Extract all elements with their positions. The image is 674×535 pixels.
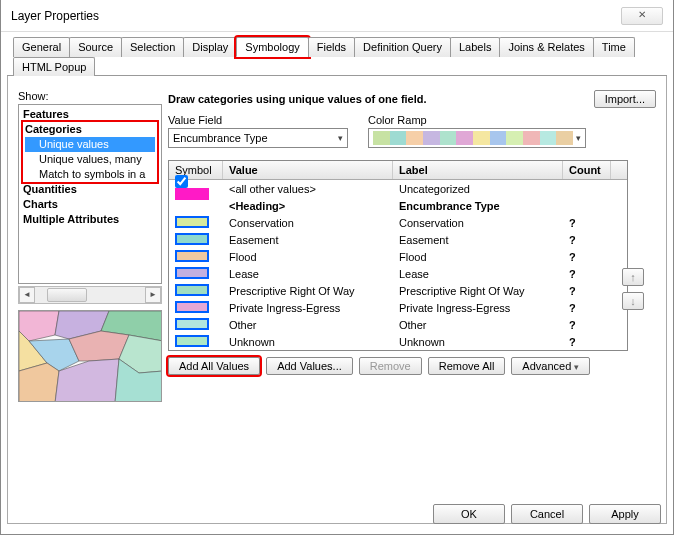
- symbol-grid[interactable]: Symbol Value Label Count <all other valu…: [168, 160, 628, 351]
- close-button[interactable]: ✕: [621, 7, 663, 25]
- cell-count: ?: [563, 319, 611, 331]
- tab-html-popup[interactable]: HTML Popup: [13, 57, 95, 76]
- tab-panel: Show: Features Categories Unique values …: [7, 76, 667, 524]
- tab-definition-query[interactable]: Definition Query: [354, 37, 451, 57]
- advanced-button[interactable]: Advanced: [511, 357, 589, 375]
- tree-unique-values-many[interactable]: Unique values, many: [25, 152, 155, 167]
- move-down-button[interactable]: ↓: [622, 292, 644, 310]
- add-values-button[interactable]: Add Values...: [266, 357, 353, 375]
- ok-button[interactable]: OK: [433, 504, 505, 524]
- tab-symbology[interactable]: Symbology: [236, 37, 308, 57]
- symbol-swatch[interactable]: [175, 301, 209, 313]
- cell-label: Unknown: [393, 336, 563, 348]
- cell-count: ?: [563, 268, 611, 280]
- move-buttons: ↑ ↓: [622, 268, 644, 310]
- cell-value: Prescriptive Right Of Way: [223, 285, 393, 297]
- cell-count: ?: [563, 234, 611, 246]
- grid-row[interactable]: <Heading>Encumbrance Type: [169, 197, 627, 214]
- cell-label: Lease: [393, 268, 563, 280]
- col-count[interactable]: Count: [563, 161, 611, 179]
- cell-value: Unknown: [223, 336, 393, 348]
- show-tree[interactable]: Features Categories Unique values Unique…: [18, 104, 162, 284]
- tree-quantities[interactable]: Quantities: [23, 182, 157, 197]
- tree-charts[interactable]: Charts: [23, 197, 157, 212]
- tab-source[interactable]: Source: [69, 37, 122, 57]
- grid-row[interactable]: LeaseLease?: [169, 265, 627, 282]
- cell-value: Other: [223, 319, 393, 331]
- col-value[interactable]: Value: [223, 161, 393, 179]
- tree-categories[interactable]: Categories: [25, 122, 155, 137]
- cell-count: ?: [563, 217, 611, 229]
- grid-row[interactable]: <all other values>Uncategorized: [169, 180, 627, 197]
- tab-time[interactable]: Time: [593, 37, 635, 57]
- symbol-swatch[interactable]: [175, 284, 209, 296]
- cell-value: Private Ingress-Egress: [223, 302, 393, 314]
- left-column: Features Categories Unique values Unique…: [18, 104, 162, 402]
- description-text: Draw categories using unique values of o…: [168, 93, 586, 105]
- grid-row[interactable]: EasementEasement?: [169, 231, 627, 248]
- remove-all-button[interactable]: Remove All: [428, 357, 506, 375]
- cell-value: <all other values>: [223, 183, 393, 195]
- cell-label: Conservation: [393, 217, 563, 229]
- cell-label: Encumbrance Type: [393, 200, 563, 212]
- tab-joins-relates[interactable]: Joins & Relates: [499, 37, 593, 57]
- all-other-values-checkbox[interactable]: [175, 175, 188, 188]
- symbol-swatch[interactable]: [175, 188, 209, 200]
- symbol-swatch[interactable]: [175, 335, 209, 347]
- grid-row[interactable]: Prescriptive Right Of WayPrescriptive Ri…: [169, 282, 627, 299]
- symbol-swatch[interactable]: [175, 318, 209, 330]
- value-field-label: Value Field: [168, 114, 348, 126]
- cell-label: Other: [393, 319, 563, 331]
- grid-body: <all other values>Uncategorized<Heading>…: [169, 180, 627, 350]
- remove-button[interactable]: Remove: [359, 357, 422, 375]
- grid-row[interactable]: Private Ingress-EgressPrivate Ingress-Eg…: [169, 299, 627, 316]
- cell-value: <Heading>: [223, 200, 393, 212]
- symbol-swatch[interactable]: [175, 250, 209, 262]
- symbol-swatch[interactable]: [175, 233, 209, 245]
- tab-display[interactable]: Display: [183, 37, 237, 57]
- cell-label: Uncategorized: [393, 183, 563, 195]
- apply-button[interactable]: Apply: [589, 504, 661, 524]
- tree-hscroll[interactable]: ◄ ►: [18, 286, 162, 304]
- cell-value: Lease: [223, 268, 393, 280]
- action-row: Add All Values Add Values... Remove Remo…: [168, 357, 656, 375]
- tab-general[interactable]: General: [13, 37, 70, 57]
- scroll-thumb[interactable]: [47, 288, 87, 302]
- grid-row[interactable]: OtherOther?: [169, 316, 627, 333]
- cell-count: ?: [563, 251, 611, 263]
- cell-value: Conservation: [223, 217, 393, 229]
- color-ramp-preview: [373, 131, 573, 145]
- grid-row[interactable]: FloodFlood?: [169, 248, 627, 265]
- symbology-preview: [18, 310, 162, 402]
- right-column: Draw categories using unique values of o…: [168, 90, 656, 375]
- cancel-button[interactable]: Cancel: [511, 504, 583, 524]
- grid-row[interactable]: ConservationConservation?: [169, 214, 627, 231]
- cell-count: ?: [563, 285, 611, 297]
- symbol-swatch[interactable]: [175, 216, 209, 228]
- color-ramp-combo[interactable]: [368, 128, 586, 148]
- tree-match-symbols[interactable]: Match to symbols in a: [25, 167, 155, 182]
- move-up-button[interactable]: ↑: [622, 268, 644, 286]
- symbol-swatch[interactable]: [175, 267, 209, 279]
- dialog-footer: OK Cancel Apply: [433, 504, 661, 524]
- tree-multiple[interactable]: Multiple Attributes: [23, 212, 157, 227]
- cell-label: Private Ingress-Egress: [393, 302, 563, 314]
- col-label[interactable]: Label: [393, 161, 563, 179]
- tab-strip: GeneralSourceSelectionDisplaySymbologyFi…: [7, 36, 667, 76]
- value-field-value: Encumbrance Type: [173, 132, 268, 144]
- cell-count: ?: [563, 302, 611, 314]
- tree-unique-values[interactable]: Unique values: [25, 137, 155, 152]
- svg-marker-0: [19, 311, 59, 341]
- cell-label: Easement: [393, 234, 563, 246]
- tab-fields[interactable]: Fields: [308, 37, 355, 57]
- grid-row[interactable]: UnknownUnknown?: [169, 333, 627, 350]
- add-all-values-button[interactable]: Add All Values: [168, 357, 260, 375]
- tab-labels[interactable]: Labels: [450, 37, 500, 57]
- import-button[interactable]: Import...: [594, 90, 656, 108]
- scroll-right-arrow[interactable]: ►: [145, 287, 161, 303]
- value-field-combo[interactable]: Encumbrance Type: [168, 128, 348, 148]
- cell-label: Flood: [393, 251, 563, 263]
- scroll-left-arrow[interactable]: ◄: [19, 287, 35, 303]
- titlebar: Layer Properties ✕: [1, 0, 673, 32]
- tab-selection[interactable]: Selection: [121, 37, 184, 57]
